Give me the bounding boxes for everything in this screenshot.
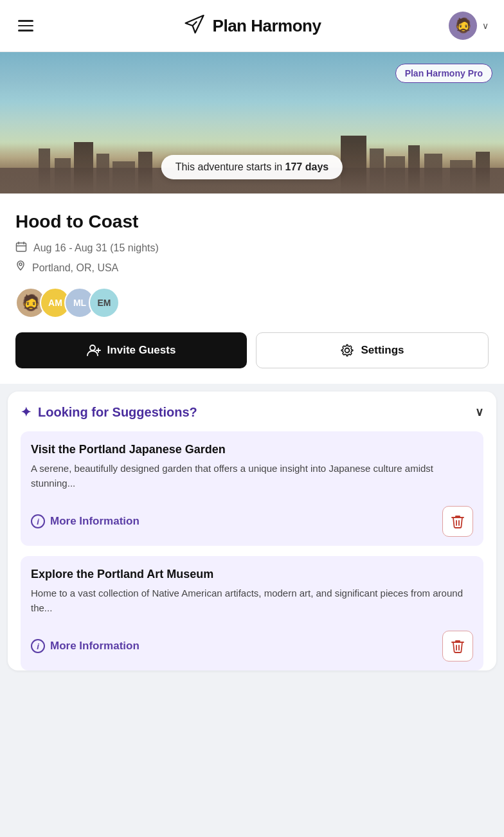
settings-label: Settings bbox=[361, 344, 404, 357]
info-circle-icon-2: i bbox=[31, 639, 45, 653]
pro-badge: Plan Harmony Pro bbox=[395, 64, 492, 83]
app-header: Plan Harmony 🧔 ∨ bbox=[0, 0, 504, 52]
sparkle-icon: ✦ bbox=[21, 404, 32, 420]
trip-dates-row: Aug 16 - Aug 31 (15 nights) bbox=[15, 241, 489, 255]
trip-title: Hood to Coast bbox=[15, 212, 489, 232]
delete-suggestion-button-2[interactable] bbox=[442, 631, 473, 662]
hamburger-icon[interactable] bbox=[15, 17, 36, 34]
svg-rect-11 bbox=[424, 154, 442, 194]
location-pin-icon bbox=[15, 260, 26, 276]
invite-guests-button[interactable]: Invite Guests bbox=[15, 332, 247, 368]
svg-point-17 bbox=[345, 348, 350, 353]
chevron-down-icon: ∨ bbox=[482, 21, 489, 31]
more-info-button-2[interactable]: i More Information bbox=[31, 639, 140, 653]
trip-actions: Invite Guests Settings bbox=[15, 332, 489, 368]
svg-rect-14 bbox=[17, 243, 26, 251]
svg-rect-8 bbox=[370, 148, 384, 194]
trip-location: Portland, OR, USA bbox=[32, 262, 118, 274]
svg-rect-7 bbox=[341, 136, 366, 194]
suggestion-card-1: Visit the Portland Japanese Garden A ser… bbox=[21, 431, 483, 546]
svg-rect-10 bbox=[408, 145, 420, 194]
suggestion-title-1: Visit the Portland Japanese Garden bbox=[31, 443, 473, 456]
info-circle-icon: i bbox=[31, 514, 45, 528]
paper-plane-icon bbox=[183, 13, 206, 39]
more-info-button-1[interactable]: i More Information bbox=[31, 514, 140, 528]
suggestions-section: ✦ Looking for Suggestions? ∨ Visit the P… bbox=[8, 392, 496, 670]
user-menu[interactable]: 🧔 ∨ bbox=[449, 12, 489, 40]
svg-rect-9 bbox=[386, 156, 405, 194]
suggestion-desc-2: Home to a vast collection of Native Amer… bbox=[31, 586, 473, 615]
invite-guests-label: Invite Guests bbox=[107, 344, 176, 357]
svg-rect-4 bbox=[96, 154, 109, 194]
app-title: Plan Harmony bbox=[213, 16, 321, 36]
gear-icon bbox=[340, 343, 354, 357]
delete-suggestion-button-1[interactable] bbox=[442, 506, 473, 537]
suggestion-title-2: Explore the Portland Art Museum bbox=[31, 568, 473, 581]
svg-rect-13 bbox=[476, 152, 490, 194]
avatar-3[interactable]: EM bbox=[89, 287, 120, 318]
trash-icon-2 bbox=[451, 639, 464, 653]
add-person-icon bbox=[87, 343, 101, 357]
svg-rect-1 bbox=[39, 148, 50, 194]
suggestion-card-2: Explore the Portland Art Museum Home to … bbox=[21, 556, 483, 670]
trip-dates: Aug 16 - Aug 31 (15 nights) bbox=[33, 242, 159, 254]
svg-point-15 bbox=[19, 263, 22, 266]
suggestions-toggle[interactable]: ✦ Looking for Suggestions? ∨ bbox=[21, 404, 483, 420]
suggestion-desc-1: A serene, beautifully designed garden th… bbox=[31, 462, 473, 491]
settings-button[interactable]: Settings bbox=[256, 332, 489, 368]
svg-rect-6 bbox=[138, 152, 152, 194]
svg-rect-5 bbox=[113, 161, 135, 194]
chevron-down-icon: ∨ bbox=[475, 405, 483, 419]
suggestion-footer-2: i More Information bbox=[31, 624, 473, 670]
trip-card: Hood to Coast Aug 16 - Aug 31 (15 nights… bbox=[0, 194, 504, 384]
trip-location-row: Portland, OR, USA bbox=[15, 260, 489, 276]
suggestions-title: ✦ Looking for Suggestions? bbox=[21, 404, 197, 420]
header-center: Plan Harmony bbox=[183, 13, 321, 39]
hero-image: Plan Harmony Pro This adventure starts i… bbox=[0, 52, 504, 194]
calendar-icon bbox=[15, 241, 27, 255]
menu-button[interactable] bbox=[15, 17, 36, 34]
svg-rect-12 bbox=[450, 160, 473, 194]
adventure-countdown: This adventure starts in 177 days bbox=[161, 155, 343, 179]
trip-avatars: 🧔 AM ML EM bbox=[15, 287, 489, 318]
trip-meta: Aug 16 - Aug 31 (15 nights) Portland, OR… bbox=[15, 241, 489, 276]
suggestion-footer-1: i More Information bbox=[31, 500, 473, 546]
trash-icon bbox=[451, 514, 464, 528]
svg-rect-2 bbox=[55, 158, 71, 194]
svg-rect-3 bbox=[74, 142, 93, 194]
avatar: 🧔 bbox=[449, 12, 477, 40]
svg-point-16 bbox=[90, 345, 95, 350]
